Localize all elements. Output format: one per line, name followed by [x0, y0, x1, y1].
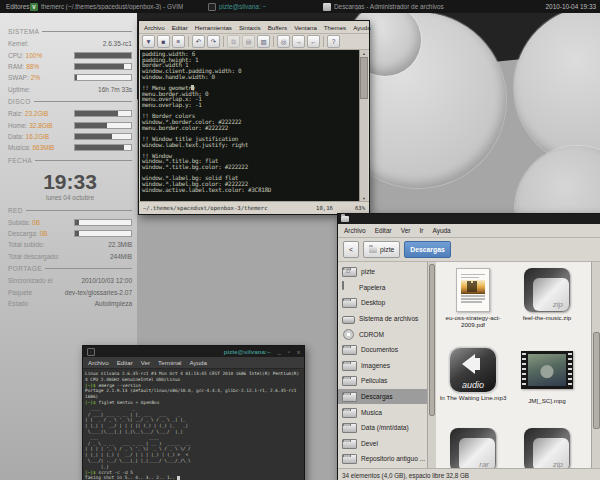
back-button[interactable]: < — [343, 241, 359, 258]
paste-icon[interactable]: ▤ — [242, 35, 255, 48]
menu-terminal[interactable]: Terminal — [158, 359, 181, 366]
row-value: 100% — [26, 52, 43, 59]
conky-row-sync: Sincronizado el 2010/10/03 12:00 — [8, 275, 132, 286]
menu-sintaxis[interactable]: Sintaxis — [239, 24, 261, 31]
row-label: Descarga: — [8, 230, 38, 237]
sidebar-item-imagenes[interactable]: Imagenes — [338, 358, 427, 374]
terminal-titlebar[interactable]: pizte@silvana:~ _ ▫ x — [83, 346, 304, 357]
sidebar-item-trash[interactable]: Papelera — [338, 280, 427, 296]
menu-ver[interactable]: Ver — [401, 227, 411, 234]
file-rar[interactable]: rar — [438, 428, 508, 469]
row-label: Total subido: — [8, 241, 45, 248]
file-name: feel-the-music.zip — [512, 314, 582, 321]
menu-editar[interactable]: Editar — [375, 227, 392, 234]
menu-editar[interactable]: Editar — [117, 359, 133, 366]
undo-icon[interactable]: ↶ — [192, 35, 205, 48]
gvim-scrollbar[interactable]: ▲ ▼ — [359, 50, 368, 202]
row-label: Total descargado: — [8, 253, 59, 260]
conky-row-cpu: CPU: 100% — [8, 49, 132, 60]
print-icon[interactable]: ≡ — [172, 35, 185, 48]
menu-ayuda[interactable]: Ayuda — [190, 359, 207, 366]
path-button-descargas[interactable]: Descargas — [404, 241, 450, 258]
menu-themes[interactable]: Themes — [324, 24, 346, 31]
file-mpg[interactable]: JM[_SC].mpg — [512, 351, 582, 404]
find-icon[interactable]: ◎ — [277, 35, 290, 48]
find-next-icon[interactable]: → — [292, 35, 305, 48]
conky-row-disk: Raiz: 23.2GiB — [8, 108, 132, 119]
menu-herramientas[interactable]: Herramientas — [195, 24, 232, 31]
sidebar-label: Descargas — [361, 393, 393, 400]
scrollbar-thumb[interactable] — [429, 264, 435, 416]
sidebar-item-descargas[interactable]: Descargas — [338, 389, 427, 405]
conky-row-package: Paquete dev-tex/glossaries-2.07 — [8, 286, 132, 297]
open-file-icon[interactable]: ▼ — [142, 35, 155, 48]
find-prev-icon[interactable]: ← — [307, 35, 320, 48]
files-scrollbar[interactable] — [591, 262, 600, 469]
sidebar-item-home[interactable]: pizte — [338, 264, 427, 280]
sidebar-item-musica[interactable]: Musica — [338, 404, 427, 420]
row-label: Estado — [8, 300, 28, 307]
sidebar-item-data[interactable]: Data (/mnt/data) — [338, 420, 427, 436]
sidebar-item-devel[interactable]: Devel — [338, 436, 427, 452]
rar-archive-icon: rar — [450, 428, 496, 469]
file-zip2[interactable]: zip — [512, 428, 582, 469]
folder-icon — [341, 216, 349, 222]
menu-ventana[interactable]: Ventana — [294, 24, 317, 31]
scroll-up-arrow[interactable]: ▲ — [360, 50, 368, 57]
terminal-title: pizte@silvana:~ — [224, 348, 271, 355]
menu-archivo[interactable]: Archivo — [144, 24, 165, 31]
scrollbar-thumb[interactable] — [360, 57, 368, 99]
redo-icon[interactable]: ↷ — [207, 35, 220, 48]
folder-icon — [342, 392, 357, 402]
terminal-output[interactable]: Linux silvana 2.6.35-rc1 #3 Mon Oct 4 01… — [83, 369, 304, 480]
file-name: In The Waiting Line.mp3 — [438, 394, 508, 401]
close-button[interactable]: x — [297, 349, 300, 355]
row-value: 16h 7m 33s — [98, 86, 132, 93]
taskbar-panel: Editores V themerc (~/.themes/spacedust/… — [0, 0, 600, 13]
sidebar-item-peliculas[interactable]: Peliculas — [338, 373, 427, 389]
sidebar-scrollbar[interactable] — [427, 262, 436, 469]
menu-ayuda[interactable]: Ayuda — [432, 227, 450, 234]
menu-buffers[interactable]: Buffers — [268, 24, 288, 31]
sidebar-item-desktop[interactable]: Desktop — [338, 295, 427, 311]
filemanager-titlebar[interactable] — [338, 214, 600, 224]
countdown-text: Taking shot in 5.. 4.. 3.. 2.. 1.. — [85, 475, 175, 480]
save-icon[interactable]: ■ — [157, 35, 170, 48]
copy-icon[interactable]: ⧉ — [227, 35, 240, 48]
sidebar-item-filesystem[interactable]: Sistema de archivos — [338, 311, 427, 327]
path-button-home[interactable]: pizte — [363, 241, 400, 258]
file-mp3[interactable]: audio In The Waiting Line.mp3 — [438, 348, 508, 401]
row-value: Autolimpieza — [95, 300, 132, 307]
cdrom-icon — [342, 329, 355, 339]
menu-archivo[interactable]: Archivo — [88, 359, 109, 366]
row-label: Uptime: — [8, 86, 30, 93]
minimize-button[interactable]: _ — [278, 349, 281, 355]
taskbar-item-filemanager[interactable]: Descargas - Administrador de archivos — [323, 0, 499, 13]
vim-cursor — [191, 85, 194, 90]
download-bar — [74, 230, 132, 237]
status-text: 34 elementos (4,0 GB), espacio libre 32,… — [342, 472, 469, 479]
file-zip[interactable]: zip feel-the-music.zip — [512, 268, 582, 321]
file-grid[interactable]: eu-oss-strategy-act-2009.pdf zip feel-th… — [436, 262, 600, 469]
conky-date: lunes 04 octubre — [8, 194, 132, 201]
sidebar-item-documentos[interactable]: Documentos — [338, 342, 427, 358]
help-icon[interactable]: ? — [327, 35, 340, 48]
sidebar-item-repositorio[interactable]: Repositorio antiguo ... — [338, 451, 427, 467]
file-pdf[interactable]: eu-oss-strategy-act-2009.pdf — [438, 268, 508, 328]
menu-editar[interactable]: Editar — [172, 24, 188, 31]
menu-ayuda[interactable]: Ayuda — [353, 24, 370, 31]
row-value: dev-tex/glossaries-2.07 — [65, 289, 132, 296]
taskbar-item-terminal[interactable]: pizte@silvana: ~ — [208, 0, 288, 13]
sidebar-item-cdrom[interactable]: CDROM — [338, 326, 427, 342]
taskbar-item-gvim[interactable]: V themerc (~/.themes/spacedust/openbox-3… — [30, 0, 206, 13]
disk-bar — [74, 144, 132, 151]
scrollbar-thumb[interactable] — [593, 332, 600, 429]
menu-ir[interactable]: Ir — [419, 227, 423, 234]
terminal-cursor — [177, 476, 180, 480]
maximize-button[interactable]: ▫ — [288, 349, 290, 355]
paste-over-icon[interactable]: ▥ — [257, 35, 270, 48]
menu-ver[interactable]: Ver — [141, 359, 150, 366]
home-icon — [342, 267, 357, 277]
menu-archivo[interactable]: Archivo — [344, 227, 366, 234]
gvim-text-area[interactable]: padding.width: 6 padding.height: 1 borde… — [140, 50, 360, 202]
